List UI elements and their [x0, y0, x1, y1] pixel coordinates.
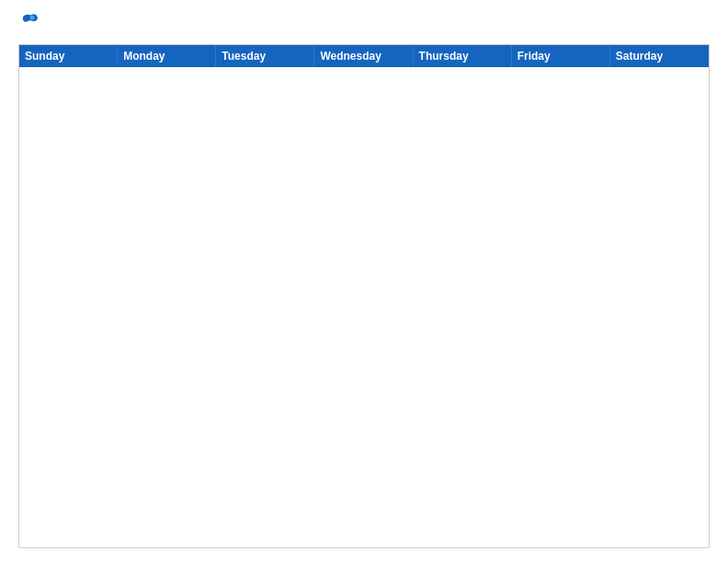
weekday-header-thursday: Thursday	[414, 45, 512, 67]
page: SundayMondayTuesdayWednesdayThursdayFrid…	[0, 0, 728, 563]
calendar: SundayMondayTuesdayWednesdayThursdayFrid…	[18, 44, 710, 548]
weekday-header-sunday: Sunday	[19, 45, 118, 67]
logo-bird-icon	[20, 11, 40, 31]
weekday-header-saturday: Saturday	[610, 45, 709, 67]
weekday-header-tuesday: Tuesday	[216, 45, 314, 67]
calendar-header: SundayMondayTuesdayWednesdayThursdayFrid…	[19, 45, 709, 67]
weekday-header-monday: Monday	[118, 45, 216, 67]
header	[18, 15, 710, 35]
weekday-header-wednesday: Wednesday	[314, 45, 413, 67]
calendar-body	[19, 67, 709, 547]
logo	[18, 15, 40, 35]
weekday-header-friday: Friday	[512, 45, 610, 67]
